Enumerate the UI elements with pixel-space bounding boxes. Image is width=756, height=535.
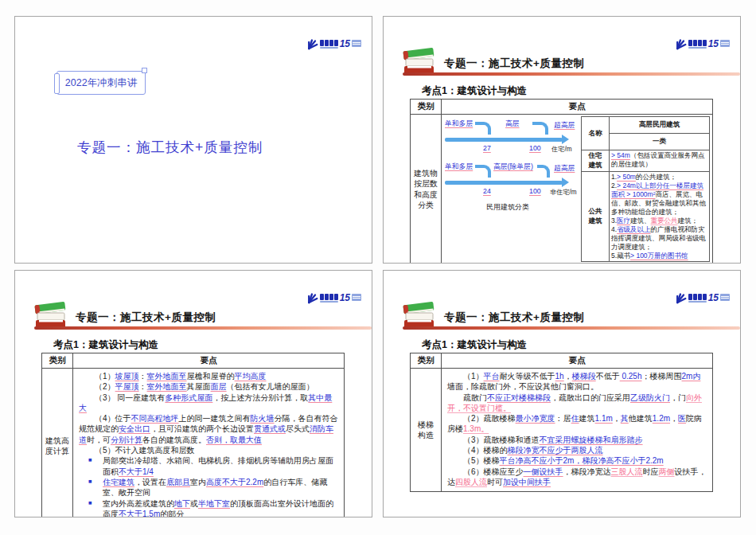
text-line: 2.> 24m以上部分任一楼层建筑面积 > 1000m²商店、展览、电信、邮政、… [611, 182, 707, 217]
logo-wordmark [320, 294, 338, 303]
text-line: （3）疏散楼梯和通道不宜采用螺旋楼梯和扇形踏步 [447, 435, 707, 445]
text-line: 3.医疗建筑、重要公共建筑； [611, 217, 707, 225]
col-header-points: 要点 [442, 353, 713, 369]
elbow-connector-icon [475, 165, 491, 178]
slide-header-title: 专题一：施工技术+质量控制 [76, 310, 216, 325]
axis-label: 单和多层 [445, 162, 473, 172]
diagram-caption: 民用建筑分类 [443, 202, 572, 213]
logo-badge-icon [720, 294, 730, 301]
text-line: 疏散门不应正对楼梯梯段，疏散出口的门应采用乙级防火门，门向外开，不设置门槛。 [447, 392, 707, 414]
text-line: ■住宅建筑，设置在底部且室内高度不大于2.2m的自行车库、储藏室、敞开空间 [79, 477, 338, 498]
text-line: （5）不计入建筑高度和层数 [79, 445, 338, 455]
axis-unit: 住宅/m [551, 145, 571, 154]
year-banner-text: 2022年冲刺串讲 [65, 76, 137, 90]
non-residential-axis: 单和多层 高层(除单层) 超高层 24 100 非住宅/m [443, 162, 580, 204]
inner-row-name: 公共 建筑 [582, 172, 610, 262]
brand-logo: 15 [675, 291, 730, 306]
slide-1[interactable]: 15 2022年冲刺串讲 专题一：施工技术+质量控制 [14, 16, 372, 264]
text-line: 1.> 50m的公共建筑； [611, 173, 707, 182]
elbow-connector-icon [475, 122, 491, 135]
text-line: （4）位于不同高程地坪上的同一建筑之间有防火墙分隔，各自有符合规范规定的安全出口… [79, 413, 338, 445]
highrise-inner-table: 名称 高层民用建筑 一类 住宅 建筑 > 54m（包括设置商业服务网点的居住建筑… [581, 116, 710, 262]
points-cell: （1）平台耐火等级不低于1h，楼梯段不低于 0.25h；楼梯周围2m内墙面，除疏… [442, 369, 713, 492]
inner-class-sub: 一类 [610, 134, 710, 150]
axis-label: 高层 [505, 119, 520, 129]
tick-label: 100 [529, 144, 541, 152]
brand-logo: 15 [675, 37, 730, 52]
logo-badge-icon [352, 40, 361, 47]
axis-unit: 非住宅/m [550, 188, 577, 197]
category-cell: 楼梯 构造 [411, 369, 442, 492]
points-cell: 单和多层 高层 超高层 27 100 住宅/m [442, 115, 713, 264]
axis-arrow [445, 138, 563, 142]
text-line: > 54m（包括设置商业服务网点的居住建筑） [611, 151, 707, 169]
logo-fan-icon [306, 37, 318, 50]
tick-label: 27 [483, 144, 491, 152]
kaodian-heading: 考点1：建筑设计与构造 [422, 84, 527, 98]
logo-fan-icon [675, 291, 687, 304]
tick-label: 100 [529, 187, 541, 195]
text-line: ■局部突出冷却塔、水箱间、电梯机房、排烟机房等辅助用房占屋面面积不大于1/4 [79, 455, 338, 477]
handout-page: 15 2022年冲刺串讲 专题一：施工技术+质量控制 15 [0, 0, 756, 535]
inner-col-name: 名称 [582, 117, 610, 150]
category-cell: 建筑高 度计算 [42, 369, 73, 518]
kaodian-heading: 考点1：建筑设计与构造 [53, 338, 158, 352]
bullet-square-icon: ■ [88, 456, 92, 464]
points-table: 类别 要点 建筑物 按层数 和高度 分类 单和多层 高层 超高层 [410, 99, 713, 264]
text-line: ■室内外高差或建筑的地下或半地下室的顶板面高出室外设计地面的高度不大于1.5m的… [79, 498, 338, 517]
text-line: （2）疏散楼梯最小净宽度：居住建筑1.1m，其他建筑1.2m，医院病房楼1.3m… [447, 413, 707, 435]
slide-header-title: 专题一：施工技术+质量控制 [444, 57, 584, 71]
logo-wordmark [688, 40, 707, 49]
points-table: 类别 要点 楼梯 构造 （1）平台耐火等级不低于1h，楼梯段不低于 0.25h；… [410, 353, 713, 492]
points-cell: （1）坡屋顶：室外地面至屋檐和屋脊的平均高度（2）平屋顶：室外地面至其屋面面层（… [73, 369, 345, 518]
logo-number: 15 [708, 291, 719, 304]
header-rule [403, 326, 740, 330]
bullet-square-icon: ■ [88, 499, 92, 507]
slide-4[interactable]: 15 专题一：施工技术+质量控制 考点1：建筑设计与构造 类别 要点 楼梯 构造… [383, 270, 741, 517]
logo-badge-icon [352, 294, 361, 301]
text-line: 5.藏书> 100万册的图书馆 [611, 252, 707, 260]
tick-label: 24 [483, 187, 491, 195]
points-table: 类别 要点 建筑高 度计算 （1）坡屋顶：室外地面至屋檐和屋脊的平均高度（2）平… [41, 353, 345, 517]
brand-logo: 15 [306, 291, 361, 306]
scroll-roll-icon [54, 73, 60, 94]
text-line: （2）平屋顶：室外地面至其屋面面层（包括有女儿墙的屋面） [79, 381, 338, 392]
cover-title: 专题一：施工技术+质量控制 [77, 138, 263, 157]
logo-number: 15 [708, 37, 719, 50]
logo-number: 15 [340, 37, 350, 50]
text-line: （4）楼梯的梯段净宽不应少于两股人流 [447, 445, 707, 455]
logo-fan-icon [306, 291, 318, 304]
logo-number: 15 [340, 291, 350, 304]
inner-row-name: 住宅 建筑 [582, 150, 610, 172]
col-header-category: 类别 [42, 353, 73, 369]
inner-class-header: 高层民用建筑 [610, 117, 710, 134]
axis-arrow [445, 181, 563, 185]
residential-axis: 单和多层 高层 超高层 27 100 住宅/m [443, 119, 580, 161]
logo-wordmark [688, 294, 707, 303]
col-header-category: 类别 [411, 353, 442, 369]
kaodian-heading: 考点1：建筑设计与构造 [422, 338, 527, 352]
axis-label: 单和多层 [445, 119, 473, 129]
axis-label: 超高层 [554, 164, 575, 174]
brand-logo: 15 [306, 37, 361, 52]
header-rule [403, 72, 740, 76]
text-line: （3） 同一座建筑有多种形式屋面，按上述方法分别计算，取其中最大 [79, 392, 338, 414]
elbow-connector-icon [532, 122, 548, 135]
text-line: （1）坡屋顶：室外地面至屋檐和屋脊的平均高度 [79, 371, 338, 381]
slide-2[interactable]: 15 专题一：施工技术+质量控制 考点1：建筑设计与构造 类别 要点 建筑物 按… [383, 16, 741, 264]
scroll-knob-icon [142, 68, 147, 73]
logo-badge-icon [720, 40, 730, 47]
slide-header-title: 专题一：施工技术+质量控制 [444, 310, 584, 325]
col-header-points: 要点 [442, 100, 713, 115]
text-line: （5）楼梯平台净高不应小于2m，梯段净高不应小于2.2m [447, 455, 707, 466]
classification-diagram: 单和多层 高层 超高层 27 100 住宅/m [443, 116, 580, 218]
inner-row-content: 1.> 50m的公共建筑；2.> 24m以上部分任一楼层建筑面积 > 1000m… [610, 172, 710, 262]
logo-fan-icon [675, 37, 687, 50]
elbow-connector-icon [537, 165, 550, 178]
slide-3[interactable]: 15 专题一：施工技术+质量控制 考点1：建筑设计与构造 类别 要点 建筑高 度… [14, 270, 372, 517]
logo-wordmark [320, 40, 338, 49]
axis-label: 超高层 [554, 121, 575, 131]
col-header-category: 类别 [411, 100, 442, 115]
col-header-points: 要点 [73, 353, 345, 369]
text-line: 4.省级及以上的广播电视和防灾指挥调度建筑、网局级和省级电力调度建筑； [611, 225, 707, 252]
